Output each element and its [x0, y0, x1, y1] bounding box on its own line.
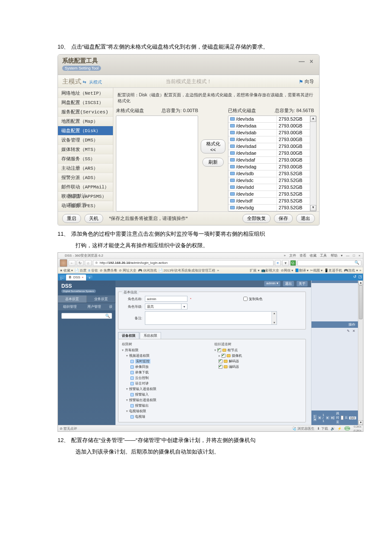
- bm-proj[interactable]: 📄2013年软考系统集成项目管理工程: [159, 268, 216, 273]
- bm-mov[interactable]: 📺影视大全: [261, 268, 279, 273]
- disk-row[interactable]: /dev/sdb2793.52GB: [228, 171, 310, 177]
- page-scroll-thumb[interactable]: [359, 285, 363, 319]
- nav-back-button[interactable]: ←: [69, 260, 75, 266]
- status-sound-icon[interactable]: 🔊: [331, 427, 335, 431]
- sidebar-item-8[interactable]: 主动注册（ARS）: [58, 164, 113, 173]
- tab-fullscreen-icon[interactable]: ◳: [358, 275, 362, 279]
- remark-textarea[interactable]: ▴▾: [145, 311, 277, 325]
- disk-row[interactable]: /dev/sdf2793.52GB: [228, 198, 310, 205]
- format-button[interactable]: 格式化<<: [201, 139, 225, 153]
- tab-add-button[interactable]: +: [86, 275, 92, 280]
- sidebar-item-7[interactable]: 存储服务（SS）: [58, 154, 113, 164]
- window-minimize-button[interactable]: —: [299, 58, 305, 65]
- bm-baidu[interactable]: 📄百度: [75, 268, 86, 273]
- tab-system-perm[interactable]: 系统权限: [140, 332, 161, 339]
- sidebar-item-2[interactable]: 服务配置(Services): [58, 107, 113, 117]
- sidebar-item-4[interactable]: 磁盘配置（Disk）: [58, 126, 113, 136]
- status-accel-icon[interactable]: ⚡: [337, 427, 342, 431]
- row-delete-button[interactable]: ✕: [352, 329, 355, 333]
- disk-row[interactable]: /dev/sdd2793.52GB: [228, 184, 310, 191]
- bm-games[interactable]: 🎮休闲游戏: [138, 268, 157, 273]
- perm-live-item[interactable]: 实时监控: [135, 359, 150, 364]
- perm-tree[interactable]: ▾所有权限 ▾视频通道权限 实时监控 录像回放 录像下载 云台控制 语音对讲 ▾…: [122, 347, 210, 419]
- menu-fav[interactable]: 收藏: [310, 254, 317, 257]
- bm-net[interactable]: ⊘网很 ▾: [281, 268, 293, 273]
- status-cpu-pct[interactable]: 17%: [344, 426, 350, 431]
- nav-reload-button[interactable]: ↻: [77, 260, 84, 266]
- ta-up-icon[interactable]: ▴: [272, 312, 277, 315]
- bm-ext[interactable]: 扩展 ▾: [250, 268, 259, 273]
- refresh-button[interactable]: 刷新: [202, 158, 224, 167]
- disk-row[interactable]: /dev/sdac2793.00GB: [228, 136, 310, 143]
- bm-game[interactable]: 🎮游戏 ▾: [344, 268, 357, 273]
- disk-row[interactable]: /dev/sde2793.52GB: [228, 191, 310, 198]
- menu-file[interactable]: 文件: [289, 254, 296, 257]
- org-dec-checkbox[interactable]: [219, 359, 222, 363]
- top-logout-chip[interactable]: 退出: [283, 281, 294, 286]
- role-level-select[interactable]: 最高 ▼: [145, 304, 187, 309]
- disk-row[interactable]: /dev/sdag2793.00GB: [228, 164, 310, 171]
- disk-row[interactable]: /dev/sda2793.52GB: [228, 116, 310, 123]
- status-doctor[interactable]: 🩺浏览器医生: [292, 426, 314, 431]
- disk-list-scrollbar[interactable]: ▲ ▼: [310, 116, 316, 211]
- menu-max[interactable]: □: [353, 254, 355, 257]
- save-button[interactable]: 保存: [274, 214, 293, 223]
- disk-row[interactable]: /dev/sdaf2793.00GB: [228, 157, 310, 164]
- org-enc-checkbox[interactable]: [219, 365, 222, 369]
- scroll-down-button[interactable]: ▼: [310, 205, 316, 211]
- page-scrollbar[interactable]: ▴ ▾: [358, 280, 363, 425]
- pager-input[interactable]: [341, 416, 343, 420]
- pager-last[interactable]: ▸|: [331, 416, 335, 419]
- left-search-input[interactable]: 🔍: [61, 313, 112, 319]
- tab-prev-button[interactable]: |←: [60, 275, 66, 280]
- sidebar-item-1[interactable]: 网盘配置（ISCSI）: [58, 98, 113, 107]
- window-close-button[interactable]: ×: [310, 58, 313, 65]
- pager-go-button[interactable]: GO: [349, 416, 356, 419]
- bm-tr[interactable]: 📘翻译 ▾: [295, 268, 308, 273]
- role-name-input[interactable]: admin: [145, 296, 187, 302]
- go-button[interactable]: Q.: [290, 260, 296, 266]
- menu-min[interactable]: —: [346, 254, 349, 257]
- disk-row[interactable]: /dev/sdg2793.52GB: [228, 205, 310, 211]
- left-sub-more[interactable]: 设: [106, 303, 115, 310]
- page-scroll-up[interactable]: ▴: [358, 280, 363, 285]
- left-sub-user[interactable]: 用户管理: [82, 303, 107, 310]
- left-sub-org[interactable]: 组织管理: [58, 303, 82, 310]
- copy-role-checkbox-input[interactable]: [243, 297, 248, 301]
- pager-first[interactable]: |◂: [313, 415, 317, 421]
- bm-cap[interactable]: ✂截图 ▾: [310, 268, 323, 273]
- shutdown-button[interactable]: 关机: [84, 214, 103, 223]
- formatted-disk-list[interactable]: /dev/sda2793.52GB/dev/sdaa2793.00GB/dev/…: [228, 116, 317, 211]
- browser-tab-dss[interactable]: 🗎 DSS ×: [66, 275, 86, 280]
- tab-close-icon[interactable]: ×: [81, 275, 84, 280]
- browser-search-box[interactable]: 🔍: [297, 260, 361, 266]
- exit-button[interactable]: 退出: [296, 214, 315, 223]
- menu-more[interactable]: ▾: [341, 254, 343, 257]
- disk-row[interactable]: /dev/sdc2793.52GB: [228, 177, 310, 184]
- org-root-checkbox[interactable]: [217, 348, 221, 352]
- left-tab-basic[interactable]: 基本设置: [58, 295, 87, 303]
- row-edit-button[interactable]: ✎: [347, 329, 350, 333]
- unformatted-disk-list[interactable]: [116, 116, 198, 211]
- menu-close[interactable]: ×: [358, 254, 360, 257]
- pager-prev[interactable]: ◂: [318, 416, 321, 419]
- ta-down-icon[interactable]: ▾: [272, 321, 277, 324]
- sidebar-item-5[interactable]: 设备管理（DMS）: [58, 136, 113, 145]
- disk-row[interactable]: /dev/sdae2793.00GB: [228, 150, 310, 157]
- disk-row[interactable]: /dev/sdaa2793.00GB: [228, 123, 310, 130]
- bm-mobile[interactable]: 📱直通手机: [324, 268, 342, 273]
- sidebar-item-0[interactable]: 网络地址（NetIP）: [58, 89, 113, 98]
- reboot-button[interactable]: 重启: [62, 214, 81, 223]
- org-cam-checkbox[interactable]: [222, 354, 225, 358]
- menu-tools[interactable]: 工具: [320, 254, 327, 257]
- bm-av[interactable]: ⊘免费杀毒: [100, 268, 117, 273]
- scroll-up-button[interactable]: ▲: [310, 116, 316, 122]
- restore-all-button[interactable]: 全部恢复: [242, 214, 271, 223]
- page-scroll-down[interactable]: ▾: [358, 420, 363, 425]
- disk-row[interactable]: /dev/sdad2793.00GB: [228, 143, 310, 150]
- bm-google[interactable]: 8谷歌: [88, 268, 98, 273]
- pager-next[interactable]: ▸: [326, 416, 329, 419]
- sidebar-item-6[interactable]: 媒体转发（MTS）: [58, 145, 113, 154]
- sidebar-item-9[interactable]: 报警分派（ADS）: [58, 173, 113, 182]
- menu-view[interactable]: 查看: [300, 254, 306, 257]
